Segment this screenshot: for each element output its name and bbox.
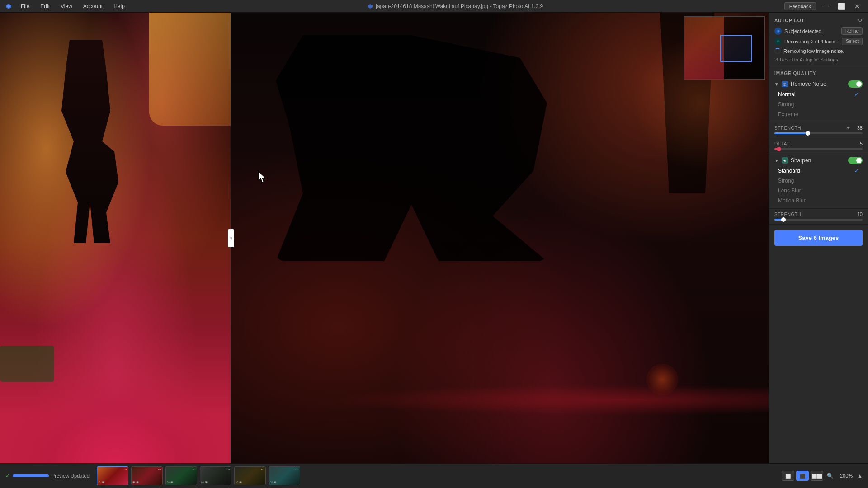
thumbnail-5-overlay: ◎ ◉ bbox=[236, 480, 264, 484]
reset-link[interactable]: Reset to Autopilot Settings bbox=[780, 57, 838, 62]
thumbnail-1[interactable]: ⋯ ✓ ◉ bbox=[97, 466, 128, 485]
option-extreme[interactable]: Extreme bbox=[774, 109, 863, 119]
subject-detect-text: Subject detected. bbox=[784, 28, 839, 34]
reset-row: ↺ Reset to Autopilot Settings bbox=[774, 57, 863, 62]
right-panel: AUTOPILOT ⚙ ◉ Subject detected. Refine ☺… bbox=[769, 13, 868, 463]
refine-button[interactable]: Refine bbox=[841, 27, 863, 35]
sharpen-panel: ▼ ◈ Sharpen Standard ✓ Strong Lens Blur … bbox=[769, 154, 868, 209]
preview-indicator: ✓ Preview Updated bbox=[5, 473, 90, 479]
image-quality-header: IMAGE QUALITY bbox=[769, 67, 868, 78]
single-view-btn[interactable]: ⬜ bbox=[782, 471, 794, 481]
thumbnail-5-menu[interactable]: ⋯ bbox=[261, 468, 264, 472]
minimize-button[interactable]: — bbox=[820, 2, 831, 11]
canvas-right-original bbox=[231, 13, 769, 463]
menu-view[interactable]: View bbox=[59, 2, 74, 10]
canvas-image bbox=[0, 13, 769, 463]
noise-strength-section: STRENGTH + 38 bbox=[769, 122, 868, 138]
app-logo bbox=[5, 3, 12, 9]
noise-strength-row: STRENGTH + 38 bbox=[774, 125, 863, 131]
thumbnail-4[interactable]: ⋯ ◎ ◉ bbox=[200, 466, 231, 485]
select-button[interactable]: Select bbox=[842, 38, 863, 45]
titlebar-center: japan-2014618 Masashi Wakui auf Pixabay.… bbox=[368, 3, 543, 9]
menu-help[interactable]: Help bbox=[112, 2, 127, 10]
thumbnail-3-menu[interactable]: ⋯ bbox=[192, 468, 196, 472]
titlebar: File Edit View Account Help japan-201461… bbox=[0, 0, 868, 13]
menu-edit[interactable]: Edit bbox=[38, 2, 52, 10]
noise-strength-value: 38 bbox=[852, 125, 863, 131]
noise-detail-section: DETAIL 5 bbox=[769, 138, 868, 154]
sharpen-option-lens[interactable]: Lens Blur bbox=[774, 186, 863, 196]
sharpen-option-standard-label: Standard bbox=[778, 168, 800, 174]
thumbnail-6-icons: ◎ ◉ bbox=[270, 480, 276, 484]
svg-marker-2 bbox=[368, 4, 373, 9]
thumb5-icon2: ◉ bbox=[239, 480, 242, 484]
remove-noise-panel: ▼ ◎ Remove Noise Normal ✓ Strong Extreme bbox=[769, 78, 868, 122]
thumbnail-4-menu[interactable]: ⋯ bbox=[226, 468, 230, 472]
thumb3-icon1: ◎ bbox=[167, 480, 170, 484]
thumbnail-3[interactable]: ⋯ ◎ ◉ bbox=[165, 466, 197, 485]
remove-noise-toggle[interactable] bbox=[848, 80, 863, 88]
thumbnail-3-overlay: ◎ ◉ bbox=[167, 480, 196, 484]
sharpen-option-strong[interactable]: Strong bbox=[774, 176, 863, 186]
titlebar-left: File Edit View Account Help bbox=[5, 2, 127, 10]
sharpen-icon: ◈ bbox=[782, 157, 788, 164]
canvas-left-processed bbox=[0, 13, 231, 463]
titlebar-right: Feedback — ⬜ ✕ bbox=[784, 2, 863, 11]
sharpen-toggle[interactable] bbox=[848, 157, 863, 164]
thumbnail-2[interactable]: ⋯ ◉ ◉ bbox=[131, 466, 163, 485]
sharpen-strength-controls: 10 bbox=[852, 211, 863, 217]
split-view-btn[interactable]: ⬛ bbox=[796, 471, 809, 481]
sharpen-chevron[interactable]: ▼ bbox=[774, 158, 779, 163]
menu-account[interactable]: Account bbox=[81, 2, 104, 10]
thumbnail-1-icons: ✓ ◉ bbox=[98, 480, 104, 484]
remove-noise-header: ▼ ◎ Remove Noise bbox=[774, 80, 863, 88]
option-strong[interactable]: Strong bbox=[774, 99, 863, 109]
zoom-up-button[interactable]: ▲ bbox=[857, 473, 863, 479]
thumb5-icon1: ◎ bbox=[236, 480, 238, 484]
maximize-button[interactable]: ⬜ bbox=[835, 2, 848, 11]
zoom-icon: 🔍 bbox=[827, 473, 834, 479]
window-title: japan-2014618 Masashi Wakui auf Pixabay.… bbox=[376, 3, 543, 9]
noise-text: Removing low image noise. bbox=[783, 48, 863, 54]
noise-detail-label: DETAIL bbox=[774, 141, 791, 146]
close-button[interactable]: ✕ bbox=[852, 2, 863, 11]
sharpen-option-lens-label: Lens Blur bbox=[778, 188, 801, 194]
option-normal[interactable]: Normal ✓ bbox=[774, 89, 863, 99]
thumbnail-4-icons: ◎ ◉ bbox=[201, 480, 208, 484]
menu-file[interactable]: File bbox=[19, 2, 31, 10]
view-controls: ⬜ ⬛ ⬜⬜ 🔍 200% ▲ bbox=[782, 471, 863, 481]
thumbnail-6-menu[interactable]: ⋯ bbox=[295, 468, 299, 472]
thumbnail-1-menu[interactable]: ⋯ bbox=[123, 468, 127, 472]
sharpen-option-motion[interactable]: Motion Blur bbox=[774, 196, 863, 206]
thumbnail-6[interactable]: ⋯ ◎ ◉ bbox=[269, 466, 300, 485]
minimap bbox=[684, 16, 765, 80]
noise-strength-track[interactable] bbox=[774, 132, 863, 134]
feedback-button[interactable]: Feedback bbox=[784, 2, 816, 10]
thumbnail-6-overlay: ◎ ◉ bbox=[270, 480, 299, 484]
faces-icon: ☺ bbox=[774, 38, 782, 45]
thumb6-icon2: ◉ bbox=[274, 480, 276, 484]
sharpen-option-standard[interactable]: Standard ✓ bbox=[774, 166, 863, 176]
autopilot-noise-row: Removing low image noise. bbox=[774, 48, 863, 54]
remove-noise-chevron[interactable]: ▼ bbox=[774, 82, 779, 87]
split-handle[interactable] bbox=[228, 229, 234, 247]
noise-strength-minus[interactable]: + bbox=[847, 125, 850, 131]
compare-view-btn[interactable]: ⬜⬜ bbox=[811, 471, 823, 481]
noise-detail-row: DETAIL 5 bbox=[774, 141, 863, 146]
canvas-area[interactable] bbox=[0, 13, 769, 463]
noise-detail-thumb[interactable] bbox=[777, 147, 781, 151]
noise-detail-track[interactable] bbox=[774, 148, 863, 150]
noise-strength-thumb[interactable] bbox=[806, 131, 810, 136]
sharpen-strength-section: STRENGTH 10 bbox=[769, 209, 868, 225]
gear-icon[interactable]: ⚙ bbox=[858, 17, 863, 23]
sharpen-header: ▼ ◈ Sharpen bbox=[774, 157, 863, 164]
bottom-bar: ✓ Preview Updated ⋯ ✓ ◉ ⋯ ◉ ◉ bbox=[0, 463, 868, 488]
thumb6-icon1: ◎ bbox=[270, 480, 273, 484]
thumbnail-5[interactable]: ⋯ ◎ ◉ bbox=[234, 466, 266, 485]
autopilot-title: AUTOPILOT bbox=[774, 18, 805, 23]
noise-strength-controls: + 38 bbox=[847, 125, 863, 131]
sharpen-strength-thumb[interactable] bbox=[781, 217, 786, 222]
save-button[interactable]: Save 6 Images bbox=[774, 230, 863, 246]
sharpen-strength-track[interactable] bbox=[774, 219, 863, 221]
thumbnail-2-menu[interactable]: ⋯ bbox=[158, 468, 161, 472]
